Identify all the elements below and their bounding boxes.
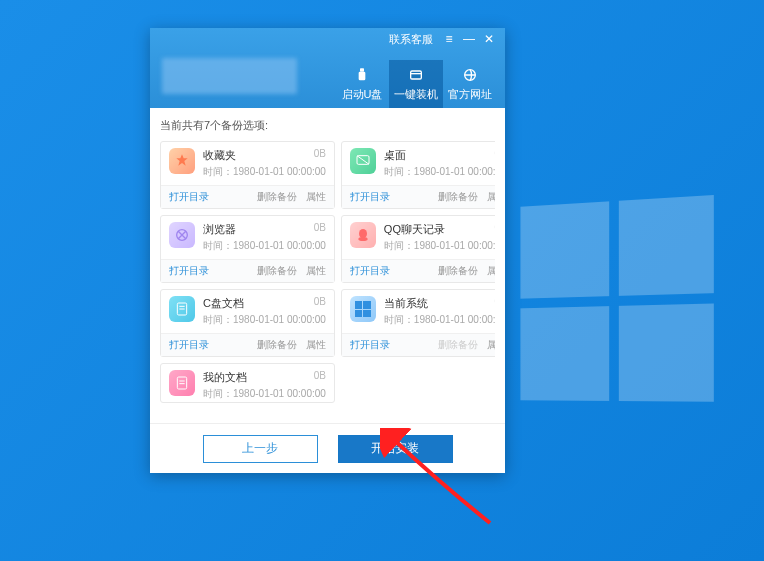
properties-link[interactable]: 属性 [306, 265, 326, 276]
card-size: 0B [314, 148, 326, 163]
open-folder-link[interactable]: 打开目录 [350, 190, 390, 204]
backup-card-qq-chat: QQ聊天记录 0B 时间：1980-01-01 00:00:00 打开目录 删除… [341, 215, 495, 283]
backup-card-my-documents: 我的文档 0B 时间：1980-01-01 00:00:00 [160, 363, 335, 403]
card-time: 时间：1980-01-01 00:00:00 [203, 313, 326, 327]
open-folder-link[interactable]: 打开目录 [350, 264, 390, 278]
backup-card-desktop: 桌面 0B 时间：1980-01-01 00:00:00 打开目录 删除备份 属… [341, 141, 495, 209]
tab-usb-boot[interactable]: 启动U盘 [335, 60, 389, 108]
desktop-windows-logo [520, 194, 713, 401]
desktop-icon [350, 148, 376, 174]
card-time: 时间：1980-01-01 00:00:00 [203, 239, 326, 253]
prev-step-button[interactable]: 上一步 [203, 435, 318, 463]
tab-label: 启动U盘 [342, 87, 383, 102]
delete-backup-link[interactable]: 删除备份 [257, 191, 297, 202]
card-size: 0B [314, 296, 326, 311]
tab-official-site[interactable]: 官方网址 [443, 60, 497, 108]
card-title: 收藏夹 [203, 148, 236, 163]
card-size: 0B [494, 296, 495, 311]
usb-icon [353, 66, 371, 84]
document-icon [169, 370, 195, 396]
svg-rect-13 [177, 377, 186, 389]
card-title: 桌面 [384, 148, 406, 163]
app-body: 当前共有7个备份选项: 收藏夹 0B 时间：1980-01-01 00:00:0… [150, 108, 505, 423]
app-window: 联系客服 ≡ — ✕ 启动U盘 一键装机 [150, 28, 505, 473]
app-logo [162, 58, 297, 94]
properties-link[interactable]: 属性 [306, 191, 326, 202]
card-title: QQ聊天记录 [384, 222, 445, 237]
minimize-button[interactable]: — [459, 31, 479, 47]
backup-cards-grid: 收藏夹 0B 时间：1980-01-01 00:00:00 打开目录 删除备份 … [160, 141, 495, 415]
svg-rect-0 [360, 68, 364, 71]
delete-backup-link[interactable]: 删除备份 [257, 265, 297, 276]
card-size: 0B [494, 148, 495, 163]
app-footer: 上一步 开始安装 [150, 423, 505, 473]
web-icon [461, 66, 479, 84]
delete-backup-link[interactable]: 删除备份 [257, 339, 297, 350]
backup-card-cdrive-docs: C盘文档 0B 时间：1980-01-01 00:00:00 打开目录 删除备份… [160, 289, 335, 357]
close-button[interactable]: ✕ [479, 31, 499, 47]
backup-summary: 当前共有7个备份选项: [160, 116, 495, 135]
tab-one-click-install[interactable]: 一键装机 [389, 60, 443, 108]
install-icon [407, 66, 425, 84]
properties-link[interactable]: 属性 [306, 339, 326, 350]
card-size: 0B [314, 370, 326, 385]
open-folder-link[interactable]: 打开目录 [169, 264, 209, 278]
start-install-button[interactable]: 开始安装 [338, 435, 453, 463]
delete-backup-link[interactable]: 删除备份 [438, 265, 478, 276]
open-folder-link[interactable]: 打开目录 [169, 190, 209, 204]
app-header: 联系客服 ≡ — ✕ 启动U盘 一键装机 [150, 28, 505, 108]
card-time: 时间：1980-01-01 00:00:00 [384, 165, 495, 179]
card-time: 时间：1980-01-01 00:00:00 [384, 239, 495, 253]
card-time: 时间：1980-01-01 00:00:00 [384, 313, 495, 327]
svg-line-6 [357, 156, 369, 165]
header-tabs: 启动U盘 一键装机 官方网址 [335, 60, 497, 108]
titlebar: 联系客服 ≡ — ✕ [150, 28, 505, 50]
properties-link[interactable]: 属性 [487, 265, 495, 276]
browser-icon [169, 222, 195, 248]
menu-button[interactable]: ≡ [439, 31, 459, 47]
star-icon [169, 148, 195, 174]
contact-support-link[interactable]: 联系客服 [389, 32, 433, 47]
card-size: 0B [314, 222, 326, 237]
qq-icon [350, 222, 376, 248]
backup-card-current-system: 当前系统 0B 时间：1980-01-01 00:00:00 打开目录 删除备份… [341, 289, 495, 357]
windows-icon [350, 296, 376, 322]
svg-point-8 [359, 229, 367, 238]
svg-rect-1 [359, 72, 366, 81]
svg-rect-2 [411, 71, 422, 79]
card-title: 浏览器 [203, 222, 236, 237]
open-folder-link[interactable]: 打开目录 [169, 338, 209, 352]
open-folder-link[interactable]: 打开目录 [350, 338, 390, 352]
cdisk-icon [169, 296, 195, 322]
delete-backup-link: 删除备份 [438, 339, 478, 350]
card-time: 时间：1980-01-01 00:00:00 [203, 387, 326, 401]
tab-label: 一键装机 [394, 87, 438, 102]
properties-link[interactable]: 属性 [487, 339, 495, 350]
backup-card-favorites: 收藏夹 0B 时间：1980-01-01 00:00:00 打开目录 删除备份 … [160, 141, 335, 209]
properties-link[interactable]: 属性 [487, 191, 495, 202]
delete-backup-link[interactable]: 删除备份 [438, 191, 478, 202]
card-size: 0B [494, 222, 495, 237]
card-time: 时间：1980-01-01 00:00:00 [203, 165, 326, 179]
backup-card-browser: 浏览器 0B 时间：1980-01-01 00:00:00 打开目录 删除备份 … [160, 215, 335, 283]
svg-point-9 [358, 237, 367, 241]
card-title: 我的文档 [203, 370, 247, 385]
card-title: 当前系统 [384, 296, 428, 311]
tab-label: 官方网址 [448, 87, 492, 102]
card-title: C盘文档 [203, 296, 244, 311]
